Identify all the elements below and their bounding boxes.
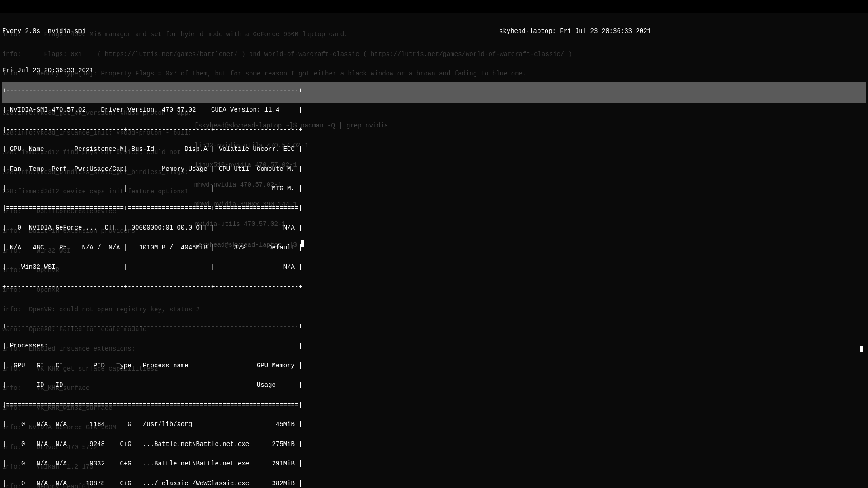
gpu-row: | Win32 WSI | | N/A |: [2, 264, 651, 271]
process-row: | 0 N/A N/A 9248 C+G ...Battle.net\Battl…: [2, 441, 651, 448]
gpu-row: | 0 NVIDIA GeForce ... Off | 00000000:01…: [2, 225, 651, 231]
process-row: | 0 N/A N/A 1184 G /usr/lib/Xorg 45MiB |: [2, 421, 651, 428]
cursor-icon: [860, 346, 863, 352]
terminal-titlebar: [0, 0, 868, 13]
table-border: |-------------------------------+-------…: [2, 127, 651, 133]
version-row: | NVIDIA-SMI 470.57.02 Driver Version: 4…: [2, 107, 651, 113]
table-header: | | | MIG M. |: [2, 185, 651, 192]
table-border: |===============================+=======…: [2, 205, 651, 212]
table-border: +-------------------------------+-------…: [2, 284, 651, 291]
watch-terminal[interactable]: Every 2.0s: nvidia-smiskyhead-laptop: Fr…: [2, 15, 651, 488]
process-header: | ID ID Usage |: [2, 382, 651, 389]
table-header: | GPU Name Persistence-M| Bus-Id Disp.A …: [2, 146, 651, 153]
process-header: | GPU GI CI PID Type Process name GPU Me…: [2, 362, 651, 369]
table-header: | Fan Temp Perf Pwr:Usage/Cap| Memory-Us…: [2, 166, 651, 173]
watch-header: Every 2.0s: nvidia-smiskyhead-laptop: Fr…: [2, 28, 651, 35]
process-row: | 0 N/A N/A 10878 C+G .../_classic_/WoWC…: [2, 480, 651, 487]
blank-line: [2, 48, 651, 55]
table-border: +---------------------------------------…: [2, 323, 651, 330]
table-border: +---------------------------------------…: [2, 87, 651, 94]
date-line: Fri Jul 23 20:36:33 2021: [2, 67, 651, 74]
process-row: | 0 N/A N/A 9332 C+G ...Battle.net\Battl…: [2, 460, 651, 467]
gpu-row: | N/A 48C P5 N/A / N/A | 1010MiB / 4046M…: [2, 244, 651, 251]
process-header: | Processes: |: [2, 343, 651, 349]
table-border: |=======================================…: [2, 402, 651, 408]
blank-line: [2, 303, 651, 310]
